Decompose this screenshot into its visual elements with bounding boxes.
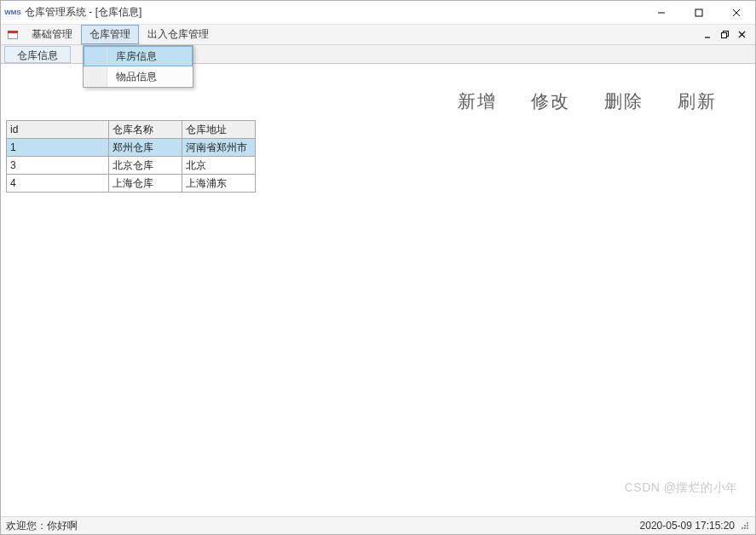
- add-button[interactable]: 新增: [458, 89, 497, 113]
- mdi-controls: [699, 29, 755, 41]
- table-header-row: id 仓库名称 仓库地址: [7, 121, 256, 139]
- table-row[interactable]: 1郑州仓库河南省郑州市: [7, 139, 256, 157]
- menu-warehouse-mgmt[interactable]: 仓库管理: [81, 25, 139, 44]
- action-bar: 新增 修改 删除 刷新: [458, 89, 717, 113]
- mdi-minimize-button[interactable]: [701, 29, 716, 41]
- table-cell-addr[interactable]: 北京: [182, 157, 256, 175]
- app-icon: WMS: [6, 6, 20, 20]
- form-icon: [6, 28, 20, 42]
- edit-button[interactable]: 修改: [531, 89, 570, 113]
- menubar: 基础管理 仓库管理 出入仓库管理: [1, 25, 755, 45]
- dropdown-item-label: 库房信息: [107, 46, 193, 66]
- titlebar: WMS 仓库管理系统 - [仓库信息]: [1, 1, 755, 25]
- window-title: 仓库管理系统 - [仓库信息]: [25, 5, 141, 20]
- table-row[interactable]: 4上海仓库上海浦东: [7, 175, 256, 193]
- svg-rect-0: [695, 9, 702, 16]
- table-cell-addr[interactable]: 上海浦东: [182, 175, 256, 193]
- menu-inout-mgmt[interactable]: 出入仓库管理: [139, 25, 217, 44]
- close-button[interactable]: [718, 1, 755, 25]
- col-header-id[interactable]: id: [7, 121, 109, 139]
- dropdown-item-label: 物品信息: [107, 66, 193, 87]
- mdi-close-button[interactable]: [735, 29, 750, 41]
- warehouse-table[interactable]: id 仓库名称 仓库地址 1郑州仓库河南省郑州市3北京仓库北京4上海仓库上海浦东: [6, 120, 256, 193]
- status-bar: 欢迎您： 你好啊 2020-05-09 17:15:20: [1, 516, 755, 534]
- table-cell-name[interactable]: 上海仓库: [109, 175, 182, 193]
- col-header-name[interactable]: 仓库名称: [109, 121, 182, 139]
- status-timestamp: 2020-05-09 17:15:20: [640, 520, 735, 532]
- table-cell-id[interactable]: 4: [7, 175, 109, 193]
- watermark: CSDN @摆烂的小年: [625, 480, 738, 496]
- dropdown-item-goods-info[interactable]: 物品信息: [84, 66, 193, 87]
- dropdown-icon-col: [84, 66, 107, 87]
- status-welcome-label: 欢迎您：: [6, 519, 47, 533]
- table-cell-name[interactable]: 北京仓库: [109, 157, 182, 175]
- svg-rect-2: [722, 32, 727, 37]
- table-cell-addr[interactable]: 河南省郑州市: [182, 139, 256, 157]
- col-header-address[interactable]: 仓库地址: [182, 121, 256, 139]
- delete-button[interactable]: 删除: [604, 89, 643, 113]
- window-controls: [643, 1, 755, 25]
- menu-dropdown: 库房信息 物品信息: [83, 45, 193, 88]
- status-username: 你好啊: [47, 519, 78, 533]
- client-area: 新增 修改 删除 刷新 id 仓库名称 仓库地址 1郑州仓库河南省郑州市3北京仓…: [1, 64, 755, 518]
- resize-grip-icon[interactable]: [740, 521, 750, 531]
- table-cell-id[interactable]: 3: [7, 157, 109, 175]
- maximize-button[interactable]: [680, 1, 718, 25]
- refresh-button[interactable]: 刷新: [678, 89, 717, 113]
- tab-warehouse-info[interactable]: 仓库信息: [4, 46, 71, 63]
- dropdown-item-warehouse-info[interactable]: 库房信息: [84, 46, 193, 66]
- menu-basic-mgmt[interactable]: 基础管理: [23, 25, 81, 44]
- mdi-restore-button[interactable]: [718, 29, 733, 41]
- table-cell-id[interactable]: 1: [7, 139, 109, 157]
- minimize-button[interactable]: [643, 1, 680, 25]
- table-cell-name[interactable]: 郑州仓库: [109, 139, 182, 157]
- table-row[interactable]: 3北京仓库北京: [7, 157, 256, 175]
- dropdown-icon-col: [84, 46, 107, 66]
